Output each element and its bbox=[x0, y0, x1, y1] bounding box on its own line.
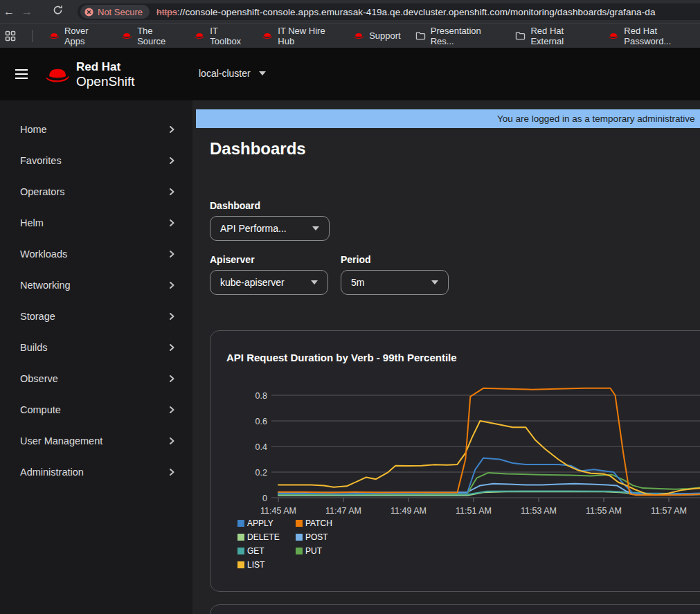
chevron-right-icon bbox=[168, 281, 175, 289]
sidebar-item-label: Storage bbox=[20, 311, 55, 322]
sidebar-item-compute[interactable]: Compute bbox=[0, 394, 192, 425]
svg-text:0.6: 0.6 bbox=[255, 417, 267, 426]
period-select[interactable]: 5m bbox=[341, 270, 449, 295]
sidebar-item-label: Operators bbox=[20, 186, 64, 197]
chevron-right-icon bbox=[168, 343, 175, 352]
main-content: You are logged in as a temporary adminis… bbox=[192, 100, 700, 614]
back-icon[interactable]: ← bbox=[0, 6, 18, 18]
sidebar-item-user-management[interactable]: User Management bbox=[0, 425, 192, 456]
sidebar-item-workloads[interactable]: Workloads bbox=[0, 238, 192, 269]
legend-swatch bbox=[237, 561, 244, 568]
chart-svg[interactable]: 00.20.40.60.811:45 AM11:47 AM11:49 AM11:… bbox=[236, 378, 700, 523]
dashboard-label: Dashboard bbox=[210, 200, 260, 211]
cluster-selector[interactable]: local-cluster bbox=[199, 68, 266, 79]
bookmark-item[interactable]: IT New Hire Hub bbox=[262, 26, 339, 46]
sidebar-item-networking[interactable]: Networking bbox=[0, 269, 192, 300]
not-secure-chip[interactable]: Not Secure bbox=[80, 5, 150, 19]
sidebar-item-label: Builds bbox=[20, 342, 48, 353]
legend-swatch bbox=[237, 548, 244, 554]
bookmark-label: The Source bbox=[137, 26, 179, 46]
bookmark-item[interactable]: Red Hat Password... bbox=[608, 26, 700, 46]
legend-swatch bbox=[296, 548, 303, 554]
apps-grid-icon[interactable] bbox=[5, 30, 16, 42]
legend-label: DELETE bbox=[247, 532, 280, 542]
svg-text:11:45 AM: 11:45 AM bbox=[260, 506, 296, 516]
svg-text:11:47 AM: 11:47 AM bbox=[325, 506, 361, 516]
svg-text:0.4: 0.4 bbox=[255, 442, 267, 452]
not-secure-label: Not Secure bbox=[98, 7, 143, 17]
sidebar-item-builds[interactable]: Builds bbox=[0, 332, 192, 363]
brand-line1: Red Hat bbox=[76, 60, 135, 74]
redhat-openshift-logo[interactable]: Red Hat OpenShift bbox=[44, 60, 135, 89]
redhat-favicon bbox=[353, 32, 364, 39]
dashboard-select[interactable]: API Performa... bbox=[210, 216, 330, 241]
chevron-right-icon bbox=[168, 406, 175, 414]
folder-icon bbox=[415, 31, 426, 40]
sidebar-item-helm[interactable]: Helm bbox=[0, 207, 192, 238]
bookmark-item[interactable]: Rover Apps bbox=[48, 26, 107, 46]
chevron-right-icon bbox=[168, 437, 175, 445]
temp-admin-banner: You are logged in as a temporary adminis… bbox=[196, 109, 700, 128]
chevron-right-icon bbox=[168, 312, 175, 320]
chevron-right-icon bbox=[168, 188, 175, 196]
redhat-favicon bbox=[194, 32, 205, 39]
redhat-favicon bbox=[48, 32, 60, 39]
chevron-down-icon bbox=[311, 280, 318, 285]
sidebar-item-operators[interactable]: Operators bbox=[0, 176, 192, 207]
bookmark-item[interactable]: Support bbox=[353, 30, 401, 41]
svg-text:11:53 AM: 11:53 AM bbox=[521, 506, 557, 516]
svg-text:11:51 AM: 11:51 AM bbox=[456, 506, 492, 516]
sidebar-item-home[interactable]: Home bbox=[0, 114, 192, 145]
cluster-selector-label: local-cluster bbox=[199, 68, 251, 79]
chevron-down-icon bbox=[431, 280, 438, 285]
sidebar-item-label: Favorites bbox=[20, 155, 62, 166]
svg-text:0.2: 0.2 bbox=[255, 468, 267, 478]
menu-toggle-icon[interactable] bbox=[15, 69, 28, 82]
dashboard-select-value: API Performa... bbox=[220, 223, 287, 234]
sidebar-item-storage[interactable]: Storage bbox=[0, 300, 192, 332]
url-text: https://console-openshift-console.apps.e… bbox=[156, 7, 656, 17]
bookmark-item[interactable]: IT Toolbox bbox=[194, 26, 247, 46]
sidebar-item-observe[interactable]: Observe bbox=[0, 363, 192, 394]
page-title: Dashboards bbox=[210, 139, 306, 159]
redhat-favicon bbox=[121, 32, 132, 39]
legend-label: LIST bbox=[247, 560, 264, 570]
legend-item-patch: PATCH bbox=[296, 518, 332, 528]
chevron-down-icon bbox=[312, 226, 319, 231]
forward-icon[interactable]: → bbox=[18, 6, 36, 18]
legend-item-put: PUT bbox=[296, 546, 332, 556]
bookmark-item[interactable]: The Source bbox=[121, 26, 179, 46]
sidebar-item-favorites[interactable]: Favorites bbox=[0, 145, 192, 176]
legend-label: APPLY bbox=[247, 518, 273, 528]
address-bar[interactable]: Not Secure https://console-openshift-con… bbox=[78, 3, 700, 20]
apiserver-select[interactable]: kube-apiserver bbox=[210, 270, 328, 295]
chart-legend: APPLYPATCHDELETEPOSTGETPUTLIST bbox=[237, 518, 332, 570]
bookmark-label: IT New Hire Hub bbox=[278, 26, 339, 46]
reload-icon[interactable] bbox=[48, 5, 66, 18]
sidebar-item-label: Helm bbox=[20, 217, 44, 228]
legend-swatch bbox=[237, 520, 244, 527]
url-rest: ://console-openshift-console.apps.emuras… bbox=[177, 7, 656, 17]
chevron-right-icon bbox=[168, 156, 175, 165]
svg-text:11:55 AM: 11:55 AM bbox=[586, 506, 622, 516]
banner-text: You are logged in as a temporary adminis… bbox=[497, 114, 694, 124]
redhat-favicon bbox=[262, 32, 273, 39]
chevron-right-icon bbox=[168, 468, 175, 476]
svg-text:11:49 AM: 11:49 AM bbox=[391, 506, 427, 516]
redhat-fedora-icon bbox=[44, 66, 71, 84]
not-secure-icon bbox=[84, 8, 93, 17]
legend-item-delete: DELETE bbox=[237, 532, 296, 542]
sidebar-item-label: Observe bbox=[20, 373, 58, 384]
bookmark-item[interactable]: Presentation Res... bbox=[415, 26, 501, 46]
bookmark-label: Red Hat External bbox=[530, 26, 593, 46]
legend-label: POST bbox=[305, 532, 328, 542]
legend-label: PATCH bbox=[305, 518, 332, 528]
folder-icon bbox=[515, 31, 526, 40]
sidebar-nav: HomeFavoritesOperatorsHelmWorkloadsNetwo… bbox=[0, 100, 192, 614]
sidebar-item-administration[interactable]: Administration bbox=[0, 456, 192, 487]
bookmark-item[interactable]: Red Hat External bbox=[515, 26, 593, 46]
chevron-right-icon bbox=[168, 219, 175, 227]
chevron-down-icon bbox=[259, 71, 266, 75]
masthead: Red Hat OpenShift local-cluster bbox=[0, 48, 700, 100]
sidebar-item-label: User Management bbox=[20, 435, 102, 446]
